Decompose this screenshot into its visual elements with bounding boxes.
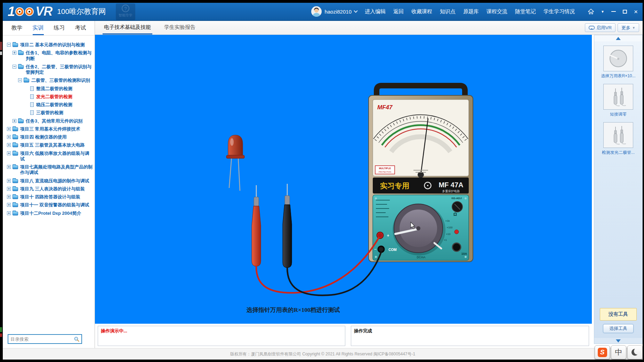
tree-item[interactable]: + 任务3、其他常用元件的识别: [6, 118, 93, 124]
operation-status-box: 操作完成: [351, 326, 589, 346]
folder-icon: [13, 203, 18, 207]
demo-status-text: 操作演示中...: [101, 328, 127, 333]
user-menu[interactable]: haozi82010: [311, 6, 357, 17]
maximize-button[interactable]: [623, 10, 627, 14]
sogou-ime-key[interactable]: S: [595, 345, 610, 359]
enable-vr-button[interactable]: 启用VR: [585, 23, 615, 32]
tree-item[interactable]: + 项目四 检测仪器的使用: [6, 134, 93, 140]
header-menu-item[interactable]: 进入编辑: [365, 8, 386, 15]
sidebar-tab[interactable]: 练习: [53, 22, 66, 35]
tree-item[interactable]: + 项目八 直流稳压电源的制作与调试: [6, 178, 93, 184]
sidebar-tab[interactable]: 实训: [31, 22, 45, 35]
tree-expander-icon[interactable]: −: [13, 65, 16, 69]
tool-item[interactable]: 选择万用表R×10...: [601, 46, 635, 79]
multimeter[interactable]: MF47 MULTIPLE PROTECTION 实习专用: [369, 86, 473, 262]
red-probe[interactable]: [252, 185, 261, 266]
close-button[interactable]: ×: [634, 8, 638, 15]
meter-range-knob[interactable]: [394, 204, 443, 253]
tree-expander-icon[interactable]: +: [13, 119, 16, 123]
header-menu-item[interactable]: 收藏课程: [411, 8, 432, 15]
led-component[interactable]: [226, 135, 244, 191]
tree-expander-icon[interactable]: +: [7, 187, 11, 191]
content-tab[interactable]: 学生实验报告: [163, 21, 197, 34]
tool-label: 选择万用表R×10...: [601, 73, 635, 79]
tree-expander-icon[interactable]: +: [7, 179, 11, 183]
logo-eye-icon: [15, 7, 24, 16]
tool-thumbnail[interactable]: [603, 46, 633, 71]
tree-item[interactable]: − 二极管、三极管的检测和识别: [6, 78, 93, 83]
header-menu-item[interactable]: 随堂笔记: [515, 8, 536, 15]
tree-expander-icon[interactable]: +: [7, 195, 11, 199]
more-button[interactable]: 更多 ▼: [618, 23, 639, 32]
sidebar-tab[interactable]: 考试: [74, 22, 88, 35]
tool-panel-column: 选择万用表R×10... 短接调零: [594, 35, 643, 348]
tree-item[interactable]: + 项目十 四路抢答器设计与组装: [6, 194, 93, 200]
header-menu-item[interactable]: 学生学习情况: [544, 8, 575, 15]
tree-item[interactable]: 发光二极管的检测: [6, 94, 93, 100]
tree-expander-icon[interactable]: +: [7, 135, 11, 139]
svg-text:COM: COM: [388, 248, 396, 252]
header-menu-item[interactable]: 知识点: [440, 8, 456, 15]
svg-text:PROTECTION: PROTECTION: [379, 171, 391, 173]
tree-item[interactable]: − 任务2、二极管、三极管的识别与管脚判定: [6, 64, 93, 76]
catalog-search-box[interactable]: [8, 334, 82, 344]
search-input[interactable]: [10, 337, 74, 342]
home-icon[interactable]: [588, 9, 594, 14]
sidebar-tabs: 教学实训练习考试: [3, 21, 95, 36]
dropdown-arrow-icon[interactable]: ▼: [601, 10, 604, 14]
tool-item[interactable]: 短接调零: [603, 84, 633, 117]
tree-expander-icon[interactable]: +: [7, 211, 11, 215]
tree-item-label: 三极管的检测: [36, 110, 93, 116]
tree-expander-icon[interactable]: +: [7, 143, 11, 147]
tree-item[interactable]: + 项目十一 双音报警器的组装与调试: [6, 202, 93, 208]
tree-item[interactable]: + 项目九 三人表决器的设计与组装: [6, 186, 93, 192]
simulation-viewport[interactable]: MF47 MULTIPLE PROTECTION 实习专用: [95, 35, 592, 324]
black-probe[interactable]: [283, 184, 292, 268]
header-menu-item[interactable]: 返回: [393, 8, 404, 15]
tree-item[interactable]: + 项目六 低频功率放大器的组装与调试: [6, 151, 93, 162]
document-icon: [30, 86, 34, 91]
tree-expander-icon[interactable]: +: [13, 51, 16, 55]
logo-digit: 1: [8, 4, 14, 19]
tree-item[interactable]: 三极管的检测: [6, 110, 93, 116]
tree-item[interactable]: + 项目五 三极管及其基本放大电路: [6, 142, 93, 148]
tools-scroll-up[interactable]: [594, 35, 642, 41]
avatar[interactable]: [311, 6, 322, 17]
tree-expander-icon[interactable]: +: [7, 127, 11, 131]
select-tool-button[interactable]: 选择工具: [603, 324, 634, 333]
tree-item[interactable]: 整流二极管的检测: [6, 86, 93, 92]
document-icon: [30, 94, 34, 99]
tree-item[interactable]: − 项目二 基本元器件的识别与检测: [6, 42, 93, 48]
header-menu-item[interactable]: 原题库: [463, 8, 479, 15]
tree-expander-icon[interactable]: −: [7, 43, 11, 47]
sidebar-tab[interactable]: 教学: [10, 22, 24, 35]
chinese-mode-key[interactable]: 中: [611, 345, 626, 359]
tree-item[interactable]: + 项目七高频处理电路及典型产品的制作与调试: [6, 164, 93, 176]
application-window: 1 VR 100唯尔教育网 ? 智能导学 haozi82010: [3, 3, 643, 360]
header-menu-item[interactable]: 课程交流: [486, 8, 507, 15]
tree-expander-icon[interactable]: −: [18, 78, 22, 82]
smart-guide-button[interactable]: ? 智能导学: [116, 3, 135, 20]
10a-jack[interactable]: [452, 243, 461, 251]
tree-expander-icon[interactable]: +: [7, 151, 11, 155]
moon-fullhalf-key[interactable]: [627, 345, 643, 359]
content-tabbar: 电子技术基础及技能学生实验报告 启用VR 更多 ▼: [95, 21, 643, 35]
tree-item[interactable]: 稳压二极管的检测: [6, 102, 93, 108]
tree-expander-icon[interactable]: +: [7, 165, 11, 169]
sogou-icon: S: [598, 348, 607, 357]
minimize-button[interactable]: [611, 11, 616, 12]
tree-item[interactable]: + 项目十二Protel Dxp 2004简介: [6, 211, 93, 216]
tree-expander-icon[interactable]: +: [7, 203, 11, 207]
chevron-down-icon: [354, 9, 357, 13]
tool-thumbnail[interactable]: [603, 122, 633, 148]
search-icon[interactable]: [74, 336, 79, 342]
tool-item[interactable]: 检测发光二极管...: [602, 122, 635, 156]
tool-thumbnail[interactable]: [603, 84, 633, 110]
simulation-scene: MF47 MULTIPLE PROTECTION 实习专用: [95, 35, 592, 324]
content-tab[interactable]: 电子技术基础及技能: [103, 21, 152, 34]
tree-item[interactable]: + 任务1、电阻、电容的参数检测与判断: [6, 50, 93, 62]
tools-scroll-down[interactable]: [594, 338, 642, 344]
no-tool-button[interactable]: 没有工具: [600, 308, 637, 321]
folder-icon: [18, 119, 24, 123]
tree-item[interactable]: + 项目三 常用基本元件焊接技术: [6, 126, 93, 132]
